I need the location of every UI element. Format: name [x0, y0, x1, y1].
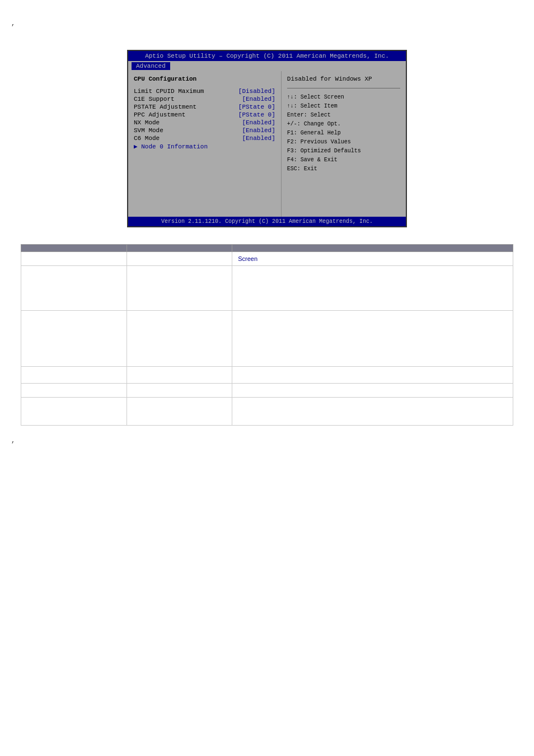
bios-help: ↑↓: Select Screen ↑↓: Select Item Enter:… — [287, 93, 400, 174]
bios-help-line5: F1: General Help — [287, 129, 400, 138]
table-cell-2-3 — [232, 266, 513, 311]
bios-screenshot: Aptio Setup Utility – Copyright (C) 2011… — [127, 50, 407, 227]
bios-help-line7: F3: Optimized Defaults — [287, 147, 400, 156]
table-cell-2-2 — [127, 266, 232, 311]
table-row — [21, 384, 513, 398]
table-header-col3 — [232, 245, 513, 252]
bios-label-6: C6 Mode — [134, 135, 160, 142]
bios-help-line9: ESC: Exit — [287, 165, 400, 174]
bios-title: Aptio Setup Utility – Copyright (C) 2011… — [128, 51, 406, 61]
table-cell-1-1 — [21, 252, 127, 266]
bios-node-item[interactable]: ▶ Node 0 Information — [134, 143, 275, 150]
table-cell-2-1 — [21, 266, 127, 311]
table-cell-5-3 — [232, 384, 513, 398]
table-row — [21, 266, 513, 311]
bios-item-4[interactable]: NX Mode [Enabled] — [134, 119, 275, 126]
table-cell-3-3 — [232, 311, 513, 367]
data-table: Screen — [21, 244, 513, 426]
bios-right-panel: Disabled for Windows XP ↑↓: Select Scree… — [281, 71, 406, 217]
bios-value-4: [Enabled] — [242, 119, 275, 126]
table-section: Screen — [21, 244, 513, 426]
bios-value-0: [Disabled] — [238, 88, 275, 95]
bios-item-2[interactable]: PSTATE Adjustment [PState 0] — [134, 104, 275, 110]
page-wrapper: , Aptio Setup Utility – Copyright (C) 20… — [0, 0, 534, 756]
table-row — [21, 367, 513, 384]
table-cell-5-1 — [21, 384, 127, 398]
bios-label-1: C1E Support — [134, 96, 175, 102]
bios-help-line2: ↑↓: Select Item — [287, 102, 400, 111]
bios-value-2: [PState 0] — [238, 104, 275, 110]
bios-item-0[interactable]: Limit CPUID Maximum [Disabled] — [134, 88, 275, 95]
table-cell-4-3 — [232, 367, 513, 384]
bios-help-line3: Enter: Select — [287, 111, 400, 120]
bios-help-line1: ↑↓: Select Screen — [287, 93, 400, 102]
bios-value-1: [Enabled] — [242, 96, 275, 102]
bios-item-1[interactable]: C1E Support [Enabled] — [134, 96, 275, 102]
bios-left-panel: CPU Configuration Limit CPUID Maximum [D… — [128, 71, 281, 217]
table-cell-3-2 — [127, 311, 232, 367]
top-comma: , — [11, 20, 523, 27]
bios-info-text: Disabled for Windows XP — [287, 76, 400, 82]
table-cell-3-1 — [21, 311, 127, 367]
bios-tab-bar: Advanced — [128, 61, 406, 71]
table-cell-6-2 — [127, 398, 232, 426]
bios-help-line4: +/-: Change Opt. — [287, 120, 400, 129]
table-header-row — [21, 245, 513, 252]
bios-section-title: CPU Configuration — [134, 76, 275, 82]
table-cell-6-3 — [232, 398, 513, 426]
bios-help-line8: F4: Save & Exit — [287, 156, 400, 165]
table-cell-4-2 — [127, 367, 232, 384]
bios-label-0: Limit CPUID Maximum — [134, 88, 204, 95]
bios-item-6[interactable]: C6 Mode [Enabled] — [134, 135, 275, 142]
table-cell-1-2 — [127, 252, 232, 266]
bios-help-divider — [287, 88, 400, 88]
bios-label-5: SVM Mode — [134, 127, 163, 134]
table-cell-1-3: Screen — [232, 252, 513, 266]
table-cell-4-1 — [21, 367, 127, 384]
table-row — [21, 398, 513, 426]
table-header-col1 — [21, 245, 127, 252]
bios-label-4: NX Mode — [134, 119, 160, 126]
bios-item-3[interactable]: PPC Adjustment [PState 0] — [134, 111, 275, 118]
bios-value-5: [Enabled] — [242, 127, 275, 134]
bios-content: CPU Configuration Limit CPUID Maximum [D… — [128, 71, 406, 217]
bios-value-3: [PState 0] — [238, 111, 275, 118]
bios-help-line6: F2: Previous Values — [287, 138, 400, 147]
bios-label-2: PSTATE Adjustment — [134, 104, 196, 110]
bios-item-5[interactable]: SVM Mode [Enabled] — [134, 127, 275, 134]
table-header-col2 — [127, 245, 232, 252]
bios-label-3: PPC Adjustment — [134, 111, 185, 118]
bios-value-6: [Enabled] — [242, 135, 275, 142]
table-row: Screen — [21, 252, 513, 266]
table-row — [21, 311, 513, 367]
bios-footer: Version 2.11.1210. Copyright (C) 2011 Am… — [128, 217, 406, 226]
bottom-comma: , — [11, 437, 523, 445]
bios-tab-advanced[interactable]: Advanced — [132, 62, 170, 70]
table-cell-5-2 — [127, 384, 232, 398]
table-cell-6-1 — [21, 398, 127, 426]
